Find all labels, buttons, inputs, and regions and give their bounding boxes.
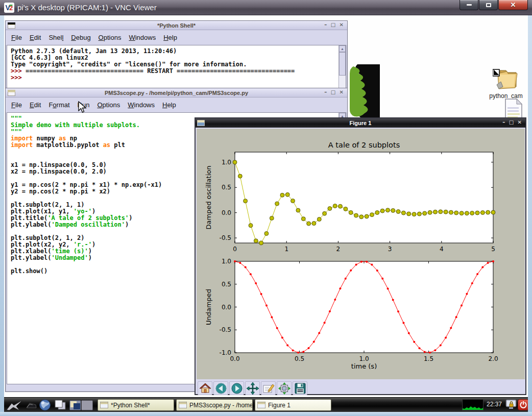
save-button[interactable]: [293, 381, 307, 395]
menu-file[interactable]: File: [11, 34, 22, 41]
editor-title: PMS3scope.py - /home/pi/python_cam/PMS3s…: [6, 90, 347, 96]
minimize-button[interactable]: [460, 0, 478, 10]
window-icon: [8, 22, 15, 29]
menu-windows[interactable]: Windows: [129, 34, 156, 41]
minimize-icon: [467, 4, 472, 6]
editor-titlebar[interactable]: PMS3scope.py - /home/pi/python_cam/PMS3s…: [6, 88, 347, 97]
svg-text:Undamped: Undamped: [205, 289, 212, 325]
cpu-monitor: [462, 399, 483, 410]
menu-edit[interactable]: Edit: [30, 34, 41, 41]
zoom-button[interactable]: [261, 381, 276, 395]
figure-canvas: 0123451.00.50.0-0.5A tale of 2 subplotsD…: [197, 129, 525, 379]
taskbar-button-pms3scope-py-home-[interactable]: PMS3scope.py - /home...: [176, 399, 253, 411]
zoom-icon: [262, 382, 275, 395]
window-controls[interactable]: – □ ✕: [324, 22, 345, 28]
mouse-cursor: [78, 101, 89, 114]
python-shell-title: *Python Shell*: [6, 22, 347, 29]
taskbar-clock: 22:37: [487, 401, 502, 408]
svg-text:0.5: 0.5: [295, 355, 304, 362]
maximize-icon: [486, 3, 491, 7]
svg-text:Damped oscillation: Damped oscillation: [205, 166, 212, 230]
figure-titlebar[interactable]: Figure 1 – □ ✕: [196, 118, 525, 128]
menu-options[interactable]: Options: [97, 101, 120, 109]
close-button[interactable]: ✕: [498, 0, 528, 10]
menu-bird-icon[interactable]: [6, 400, 23, 411]
back-button[interactable]: [213, 381, 228, 395]
vnc-window-title: pi's X desktop (RPICAM:1) - VNC Viewer: [17, 3, 157, 12]
figure-toolbar: [198, 381, 307, 396]
menu-options[interactable]: Options: [99, 34, 122, 41]
subplots-button[interactable]: [277, 381, 292, 395]
shell-text-area[interactable]: Python 2.7.3 (default, Jan 13 2013, 11:2…: [7, 45, 346, 89]
menu-help[interactable]: Help: [163, 34, 177, 41]
vnc-logo-icon: V 2: [4, 3, 14, 13]
wallpaper-image: [348, 64, 380, 119]
pan-button[interactable]: [245, 381, 260, 395]
menu-debug[interactable]: Debug: [71, 34, 90, 41]
scroll-thumb[interactable]: [339, 52, 346, 76]
svg-text:3: 3: [388, 246, 392, 253]
menu-file[interactable]: File: [11, 101, 22, 109]
workspace-pager-icon[interactable]: [69, 400, 93, 410]
menu-windows[interactable]: Windows: [128, 101, 155, 109]
file-pages-icon[interactable]: [54, 400, 66, 410]
svg-text:0.5: 0.5: [222, 184, 231, 191]
vnc-border-right: [528, 15, 532, 416]
vnc-window-titlebar[interactable]: V 2 pi's X desktop (RPICAM:1) - VNC View…: [0, 0, 532, 15]
code-line: >>> ================================ RES…: [11, 68, 338, 75]
menu-format[interactable]: Format: [49, 101, 69, 109]
window-icon: [179, 402, 187, 408]
folder-icon: [493, 66, 519, 90]
taskbar-button-figure-1[interactable]: Figure 1: [255, 399, 331, 411]
power-icon: [520, 401, 527, 408]
window-controls[interactable]: – □ ✕: [502, 119, 523, 125]
pan-icon: [247, 382, 259, 395]
vnc-border-bottom: [0, 412, 532, 416]
svg-text:4: 4: [440, 246, 444, 253]
home-icon: [199, 382, 211, 395]
menu-shell[interactable]: Shell: [49, 34, 63, 41]
forward-icon: [231, 382, 243, 395]
figure-window: Figure 1 – □ ✕ 0123451.00.50.0-0.5A tale…: [195, 117, 526, 395]
svg-text:2.0: 2.0: [488, 355, 498, 362]
window-icon: [257, 402, 265, 408]
lock-screen-icon[interactable]: [505, 399, 517, 411]
svg-text:A tale of 2 subplots: A tale of 2 subplots: [328, 141, 400, 149]
scroll-up-icon[interactable]: ▲: [339, 45, 346, 52]
svg-text:1.0: 1.0: [222, 159, 231, 166]
window-icon: [197, 120, 205, 126]
svg-text:-1.0: -1.0: [220, 349, 231, 356]
power-button[interactable]: [518, 399, 528, 410]
maximize-button[interactable]: [479, 0, 498, 10]
svg-text:0.0: 0.0: [222, 209, 231, 216]
svg-text:0: 0: [233, 246, 237, 253]
shell-scrollbar[interactable]: ▲: [338, 45, 346, 88]
home-button[interactable]: [198, 381, 212, 395]
figure-title: Figure 1: [196, 120, 525, 126]
code-line: >>>: [11, 75, 338, 81]
svg-text:2: 2: [336, 246, 341, 253]
save-icon: [294, 382, 306, 395]
svg-text:1.5: 1.5: [424, 355, 433, 362]
close-icon: ✕: [511, 2, 516, 8]
vnc-border-left: [0, 15, 4, 416]
show-desktop-icon[interactable]: [26, 402, 37, 409]
svg-text:0.0: 0.0: [230, 355, 239, 362]
menu-help[interactable]: Help: [162, 101, 176, 109]
svg-text:-0.5: -0.5: [220, 234, 231, 241]
menu-edit[interactable]: Edit: [30, 101, 41, 109]
svg-text:1.0: 1.0: [222, 258, 231, 265]
python-shell-titlebar[interactable]: *Python Shell* – □ ✕: [6, 21, 347, 30]
remote-desktop: python_cam *Python Shell* – □ ✕ FileEdit…: [4, 15, 528, 412]
editor-menubar: FileEditFormatRunOptionsWindowsHelp: [6, 97, 347, 112]
window-icon: [100, 402, 108, 408]
web-browser-icon[interactable]: [39, 399, 51, 411]
window-controls[interactable]: – □ ✕: [324, 89, 345, 95]
shell-output: Python 2.7.3 (default, Jan 13 2013, 11:2…: [7, 45, 338, 88]
desktop-icon-python-cam[interactable]: python_cam: [484, 66, 528, 100]
window-icon: [8, 90, 15, 96]
svg-text:1.0: 1.0: [359, 355, 369, 362]
svg-text:time (s): time (s): [351, 362, 377, 370]
forward-button[interactable]: [229, 381, 244, 395]
taskbar-button--python-shell-[interactable]: *Python Shell*: [98, 399, 174, 411]
